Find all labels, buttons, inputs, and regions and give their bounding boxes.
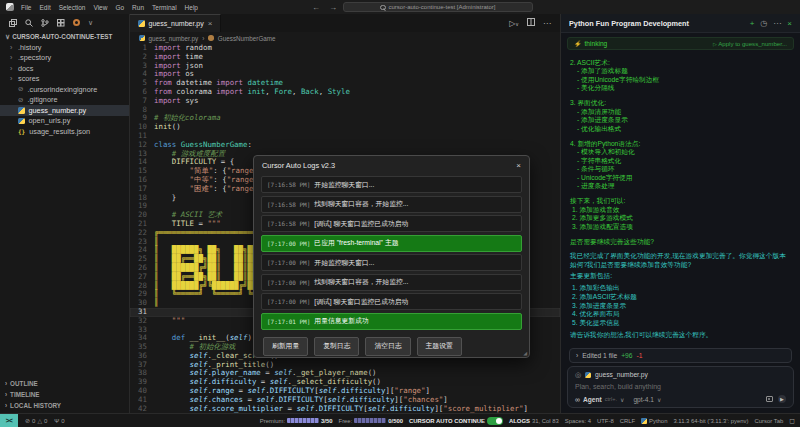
more-actions-icon[interactable]: ⋯ (773, 19, 781, 28)
chevron-down-icon[interactable]: ∨ (657, 396, 661, 403)
context-file-chip[interactable]: guess_number.py (595, 371, 648, 378)
file-item[interactable]: open_urls.py (0, 116, 129, 127)
file-item[interactable]: guess_number.py (0, 105, 129, 116)
interpreter-indicator[interactable]: 3.11.3 64-bit ('3.11.3': pyenv) (673, 418, 748, 424)
agent-mode-selector[interactable]: Agent (583, 396, 602, 403)
usage-donut-icon[interactable] (73, 19, 80, 26)
chevron-down-icon[interactable]: ∨ (88, 19, 93, 26)
menu-view[interactable]: View (93, 4, 107, 11)
explorer-root[interactable]: ∨ CURSOR-AUTO-CONTINUE-TEST (0, 31, 129, 42)
thinking-label: thinking (585, 40, 608, 47)
file-item-label: .cursorindexingignore (27, 85, 97, 94)
chat-text-line: 添加了游戏标题 (570, 67, 791, 76)
apply-to-file-link[interactable]: ▷ Apply to guess_number... (713, 40, 787, 47)
chat-text-line: 美化分隔线 (570, 84, 791, 93)
nav-forward-icon[interactable]: → (329, 3, 337, 12)
close-icon[interactable]: × (208, 19, 213, 28)
attach-image-icon[interactable] (766, 396, 773, 402)
close-icon[interactable]: × (516, 161, 521, 170)
premium-usage[interactable]: Premium: 3/50 (260, 418, 333, 424)
chat-composer[interactable]: ◎ guess_number.py Plan, search, build an… (567, 366, 794, 409)
log-entry: [7:17:00 PM]已应用 "fresh-terminal" 主题 (261, 235, 522, 252)
send-icon[interactable]: ▶ (778, 395, 786, 403)
dialog-button[interactable]: 清空日志 (365, 337, 410, 356)
chevron-right-icon: › (10, 54, 14, 61)
chevron-right-icon: › (10, 75, 14, 82)
encoding-indicator[interactable]: UTF-8 (597, 418, 614, 424)
command-center-search[interactable]: cursor-auto-continue-test [Administrator… (343, 2, 533, 12)
file-item[interactable]: ›docs (0, 63, 129, 74)
menu-file[interactable]: File (21, 4, 31, 11)
ports-indicator[interactable]: Ψ 0 (54, 418, 64, 424)
line-text: init() (154, 123, 560, 132)
more-actions-icon[interactable]: ⋯ (543, 19, 551, 28)
menu-selection[interactable]: Selection (59, 4, 86, 11)
dialog-title: Cursor Auto Logs v2.3 (262, 161, 335, 170)
code-line: 10init() (130, 123, 560, 132)
agent-shortcut: ctrl+. (605, 396, 617, 402)
breadcrumb[interactable]: guess_number.py › GuessNumberGame (130, 32, 560, 44)
extensions-icon[interactable] (57, 19, 65, 27)
line-text: import json (154, 62, 560, 71)
cursor-position[interactable]: 31, Col 83 (532, 418, 559, 424)
panel-outline[interactable]: ›OUTLINE (0, 378, 129, 389)
line-number: 2 (130, 53, 154, 62)
file-item[interactable]: {}usage_results.json (0, 126, 129, 137)
nav-back-icon[interactable]: ← (312, 3, 320, 12)
file-item[interactable]: ›.specstory (0, 53, 129, 64)
language-indicator[interactable]: Python (641, 418, 667, 424)
menu-go[interactable]: Go (115, 4, 124, 11)
menu-edit[interactable]: Edit (39, 4, 50, 11)
cursor-logo-icon (6, 3, 14, 11)
resize-handle[interactable]: ◢ (523, 350, 527, 356)
tab-guess-number[interactable]: guess_number.py × (130, 14, 221, 32)
files-icon[interactable] (9, 19, 17, 27)
spacer (570, 231, 791, 234)
line-text: self.score_multiplier = self.DIFFICULTY[… (154, 405, 560, 413)
agent-infinity-icon: ∞ (575, 396, 580, 403)
line-text: import random (154, 44, 560, 53)
new-chat-icon[interactable]: + (750, 19, 755, 28)
source-control-icon[interactable] (41, 19, 49, 27)
dialog-button[interactable]: 复制日志 (314, 337, 359, 356)
problems-indicator[interactable]: ⊘ 0 △ 0 (25, 417, 47, 424)
file-tree: ›.history›.specstory›docs›scores⊘.cursor… (0, 42, 129, 137)
cursor-tab-indicator[interactable]: Cursor Tab (754, 418, 783, 424)
menu-terminal[interactable]: Terminal (152, 4, 177, 11)
model-selector[interactable]: gpt-4.1 (633, 396, 654, 403)
dialog-button[interactable]: 刷新用量 (263, 337, 308, 356)
split-editor-icon[interactable] (527, 18, 535, 28)
edited-files-summary[interactable]: › Edited 1 file +96 -1 (569, 348, 792, 363)
close-icon[interactable]: × (787, 19, 792, 28)
panel-local-history[interactable]: ›LOCAL HISTORY (0, 400, 129, 411)
file-item[interactable]: ›.history (0, 42, 129, 53)
chevron-down-icon[interactable]: ∨ (620, 396, 624, 403)
chat-text-line: 2. ASCII艺术: (570, 59, 791, 68)
menu-help[interactable]: Help (185, 4, 198, 11)
run-python-button[interactable]: ▷∨ (509, 19, 519, 28)
dialog-button[interactable]: 主题设置 (417, 337, 462, 356)
toggle-on-icon[interactable] (487, 417, 503, 425)
eol-indicator[interactable]: CRLF (620, 418, 635, 424)
file-item[interactable]: ›scores (0, 74, 129, 85)
chevron-right-icon: › (5, 391, 7, 398)
context-eye-icon[interactable]: ◎ (575, 371, 581, 379)
remote-indicator[interactable]: >< (0, 414, 18, 427)
thinking-toggle[interactable]: ⚡ thinking ▷ Apply to guess_number... (567, 37, 794, 50)
alogs-button[interactable]: ALOGS 31, Col 83 (509, 418, 559, 424)
menu-run[interactable]: Run (132, 4, 144, 11)
notifications-icon[interactable]: ◻ (789, 417, 795, 425)
auto-continue-toggle[interactable]: CURSOR AUTO CONTINUE (409, 417, 503, 425)
log-text: [调试] 聊天窗口监控已成功启动 (314, 219, 408, 229)
search-icon[interactable] (25, 19, 33, 27)
indentation-indicator[interactable]: Spaces: 4 (565, 418, 591, 424)
chat-input[interactable]: Plan, search, build anything (575, 383, 786, 390)
file-item[interactable]: ⊘.gitignore (0, 95, 129, 106)
panel-label: LOCAL HISTORY (10, 402, 61, 409)
file-item[interactable]: ⊘.cursorindexingignore (0, 84, 129, 95)
panel-timeline[interactable]: ›TIMELINE (0, 389, 129, 400)
free-usage[interactable]: Free: 0/500 (339, 418, 404, 424)
chevron-right-icon: › (202, 35, 204, 42)
tab-bar: guess_number.py × ▷∨ ⋯ (130, 14, 560, 32)
history-icon[interactable]: ◷ (760, 19, 767, 28)
